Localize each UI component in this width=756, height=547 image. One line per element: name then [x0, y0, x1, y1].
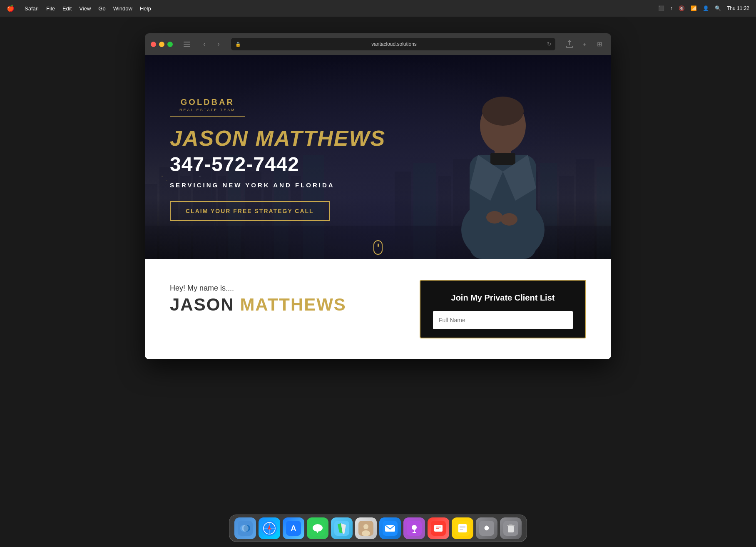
menu-help[interactable]: Help	[140, 5, 151, 12]
menu-bar-items: Safari File Edit View Go Window Help	[25, 5, 151, 12]
dock-notes[interactable]	[452, 517, 473, 539]
hero-agent-name: JASON MATTHEWS	[170, 127, 586, 150]
menu-view[interactable]: View	[79, 5, 91, 12]
browser-nav: ‹ ›	[199, 38, 224, 50]
browser-actions: + ⊞	[564, 38, 605, 50]
svg-rect-2	[184, 46, 190, 47]
reload-icon[interactable]: ↻	[547, 41, 551, 47]
dock-trash[interactable]	[500, 517, 522, 539]
menu-time: Thu 11:22	[727, 5, 749, 11]
svg-point-60	[363, 524, 368, 529]
dock-maps[interactable]	[331, 517, 353, 539]
svg-rect-82	[507, 525, 515, 526]
logo-sub-text: REAL ESTATE TEAM	[179, 108, 236, 112]
browser-container: ‹ › 🔒 vantacloud.solutions ↻ + ⊞	[0, 17, 756, 347]
dock-messages[interactable]	[307, 517, 328, 539]
svg-rect-81	[508, 526, 514, 532]
scroll-indicator	[373, 240, 383, 255]
menu-mute-icon: 🔇	[679, 5, 685, 11]
svg-rect-1	[184, 44, 190, 45]
dock-mail[interactable]	[379, 517, 401, 539]
intro-text: Hey! My name is.... JASON MATTHEWS	[170, 280, 403, 313]
svg-rect-73	[458, 524, 467, 532]
hero-content: GOLDBAR REAL ESTATE TEAM JASON MATTHEWS …	[145, 76, 611, 238]
svg-point-45	[242, 525, 249, 532]
menu-go[interactable]: Go	[98, 5, 105, 12]
dock-finder[interactable]	[234, 517, 256, 539]
cta-button[interactable]: CLAIM YOUR FREE STRATEGY CALL	[170, 201, 330, 221]
menu-search-icon[interactable]: 🔍	[715, 5, 721, 11]
url-text[interactable]: vantacloud.solutions	[244, 41, 545, 47]
dock-appstore[interactable]: A	[283, 517, 304, 539]
intro-name: JASON MATTHEWS	[170, 296, 403, 313]
intro-first-name: JASON	[170, 295, 234, 314]
svg-rect-0	[184, 42, 190, 42]
website-content: GOLDBAR REAL ESTATE TEAM JASON MATTHEWS …	[145, 55, 611, 359]
svg-rect-69	[434, 525, 443, 532]
menu-upload-icon: ↑	[670, 5, 673, 11]
new-tab-icon[interactable]: +	[579, 38, 590, 50]
dock-reminders[interactable]	[428, 517, 449, 539]
menu-wifi-icon: 📶	[691, 5, 697, 11]
hero-phone: 347-572-7442	[170, 153, 586, 176]
menu-window[interactable]: Window	[113, 5, 132, 12]
svg-point-65	[412, 525, 417, 530]
dock-safari[interactable]	[259, 517, 280, 539]
menu-bar: 🍎 Safari File Edit View Go Window Help ⬛…	[0, 0, 756, 17]
svg-text:A: A	[291, 524, 296, 532]
goldbar-logo: GOLDBAR REAL ESTATE TEAM	[170, 93, 245, 117]
apple-logo: 🍎	[7, 5, 15, 12]
close-button[interactable]	[151, 42, 156, 47]
hero-tagline: SERVICING NEW YORK AND FLORIDA	[170, 182, 586, 189]
scroll-mouse-icon	[373, 240, 383, 255]
menu-safari[interactable]: Safari	[25, 5, 39, 12]
scroll-dot	[378, 244, 379, 247]
menu-file[interactable]: File	[46, 5, 55, 12]
minimize-button[interactable]	[159, 42, 164, 47]
form-title: Join My Private Client List	[433, 293, 573, 303]
intro-greeting: Hey! My name is....	[170, 284, 403, 293]
lock-icon: 🔒	[235, 42, 241, 47]
share-icon[interactable]	[564, 38, 575, 50]
full-name-input[interactable]	[433, 311, 573, 329]
dock-contacts[interactable]	[355, 517, 377, 539]
white-section: Hey! My name is.... JASON MATTHEWS Join …	[145, 259, 611, 359]
dock-settings[interactable]: ⚙	[476, 517, 497, 539]
browser-toolbar: ‹ › 🔒 vantacloud.solutions ↻ + ⊞	[145, 33, 611, 55]
menu-bar-right: ⬛ ↑ 🔇 📶 👤 🔍 Thu 11:22	[658, 5, 749, 11]
hero-section: GOLDBAR REAL ESTATE TEAM JASON MATTHEWS …	[145, 55, 611, 259]
svg-rect-83	[509, 525, 512, 525]
menu-edit[interactable]: Edit	[62, 5, 72, 12]
tab-overview-icon[interactable]: ⊞	[594, 38, 605, 50]
svg-text:⚙: ⚙	[484, 525, 490, 532]
traffic-lights	[151, 42, 173, 47]
form-card: Join My Private Client List	[420, 280, 586, 338]
intro-last-name: MATTHEWS	[240, 295, 346, 314]
maximize-button[interactable]	[167, 42, 173, 47]
menu-display-icon: ⬛	[658, 5, 664, 11]
back-button[interactable]: ‹	[199, 38, 210, 50]
sidebar-toggle-icon[interactable]	[181, 38, 193, 50]
dock: A ⚙	[229, 515, 527, 542]
logo-main-text: GOLDBAR	[179, 97, 236, 107]
dock-podcasts[interactable]	[403, 517, 425, 539]
browser-window: ‹ › 🔒 vantacloud.solutions ↻ + ⊞	[145, 33, 611, 359]
menu-user-icon: 👤	[703, 5, 709, 11]
address-bar[interactable]: 🔒 vantacloud.solutions ↻	[231, 38, 555, 50]
forward-button[interactable]: ›	[213, 38, 224, 50]
